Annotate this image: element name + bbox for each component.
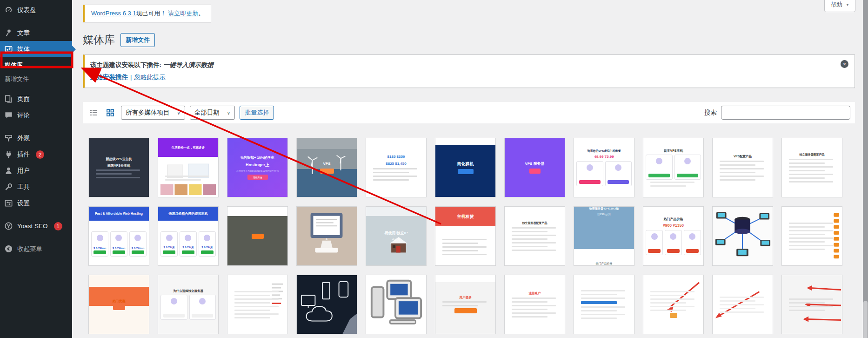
thumb-card xyxy=(646,230,663,255)
help-label: 帮助 xyxy=(830,0,842,9)
thumb-login-form[interactable]: 用户登录 xyxy=(435,275,496,334)
search-area: 搜索 xyxy=(704,106,850,120)
search-input[interactable] xyxy=(721,106,850,120)
thumb-card-art xyxy=(204,235,210,241)
thumb-vps-config-table[interactable]: VPS配置产品 xyxy=(712,138,773,197)
thumb-purple-shop-site[interactable]: 生活轻松一点，实惠多多 xyxy=(158,138,219,197)
thumb-line xyxy=(581,297,625,299)
thumb-card-button xyxy=(667,249,680,253)
link-separator: | xyxy=(130,74,132,81)
media-type-filter[interactable]: 所有多媒体项目 ∨ xyxy=(121,106,185,120)
sidebar-item-页面[interactable]: 页面 xyxy=(0,91,72,107)
thumb-line xyxy=(650,182,694,183)
thumb-hot-price-cards[interactable]: 热门产品价格¥900 ¥1350 xyxy=(643,206,704,266)
thumb-line xyxy=(512,238,547,240)
update-notice-period: 。 xyxy=(198,10,204,17)
thumb-text: %的折扣+ 10%的学生 xyxy=(238,155,277,160)
thumb-dedicated-table-2[interactable]: 独立服务器配置产品 xyxy=(504,206,565,266)
add-new-file-button[interactable]: 新增文件 xyxy=(120,33,155,47)
grid-view-button[interactable] xyxy=(104,107,116,119)
thumb-line xyxy=(512,309,547,310)
media-grid-row: Fast & Affordable Web Hosting$ 6.74/mo$ … xyxy=(88,206,855,266)
dismiss-icon[interactable]: ✕ xyxy=(841,60,848,68)
thumb-network-3d[interactable] xyxy=(712,206,773,266)
thumb-lines xyxy=(789,298,835,311)
thumb-cloud-computing-dark[interactable] xyxy=(296,275,357,334)
thumb-card-price: $ 6.74/mo xyxy=(132,247,144,250)
submenu-item-媒体库[interactable]: 媒体库 xyxy=(0,58,72,72)
thumb-hot-deals-orange[interactable]: 热门优惠 xyxy=(88,275,149,334)
thumb-snow-ip-site[interactable]: 易使用 独立IP4元/月 xyxy=(366,206,427,266)
thumb-text: 热门优惠 xyxy=(110,299,128,303)
sidebar-item-评论[interactable]: 评论 xyxy=(0,107,72,123)
thumb-hosting-en[interactable]: Fast & Affordable Web Hosting$ 6.74/mo$ … xyxy=(88,206,149,266)
scrollbar[interactable] xyxy=(863,0,868,338)
thumb-dark-vps-site[interactable]: 新星级VPS云主机韩国VPS云主机 xyxy=(88,138,149,197)
thumb-line xyxy=(512,246,547,247)
thumb-button xyxy=(458,169,474,174)
thumb-page-red-line[interactable] xyxy=(712,275,773,334)
thumb-order-form[interactable] xyxy=(227,275,288,334)
sidebar-item-文章[interactable]: 文章 xyxy=(0,25,72,41)
thumb-why-dedicated[interactable]: 为什么选择独立服务器 xyxy=(158,275,219,334)
thumb-invoice-red-arrows[interactable] xyxy=(781,275,842,334)
thumb-button xyxy=(252,234,264,239)
sidebar-item-设置[interactable]: 设置 xyxy=(0,195,72,211)
dashboard-icon xyxy=(4,6,13,14)
thumb-config-selector[interactable] xyxy=(574,275,634,334)
sidebar-item-yoast-seo[interactable]: Yoast SEO1 xyxy=(0,218,72,234)
thumb-header: Fast & Affordable Web Hosting xyxy=(89,207,149,221)
thumb-card-price: $ 6.74/mo xyxy=(93,247,106,250)
pages-icon xyxy=(4,95,13,103)
thumb-hosting-cn[interactable]: 快速且价格合理的虚拟主机$ 6.74/月$ 6.74/月$ 6.74/月 xyxy=(158,206,219,266)
sidebar-item-用户[interactable]: 用户 xyxy=(0,162,72,179)
scrollbar-thumb[interactable] xyxy=(863,301,868,338)
thumb-register-form[interactable]: 注册账户 xyxy=(504,275,565,334)
sidebar-item-label: 插件 xyxy=(17,150,30,159)
thumb-card-price: $ 6.74/mo xyxy=(113,247,125,250)
thumb-vps-price-table[interactable]: $185 $350$825 $1,450 xyxy=(366,138,427,197)
thumb-line xyxy=(720,161,763,162)
thumb-physical-server-winter[interactable]: 物理服务器-I3-4130 2核仅299元/月热门产品价格 xyxy=(574,206,634,266)
sidebar-item-label: 外观 xyxy=(17,134,30,142)
thumb-line xyxy=(789,302,824,304)
thumb-network-clipart[interactable] xyxy=(366,275,427,334)
thumb-line xyxy=(512,250,555,251)
thumb-japan-vps[interactable]: 日本VPS主机 xyxy=(643,138,704,197)
thumb-text: 易使用 独立IP xyxy=(382,231,410,236)
bulk-select-button[interactable]: 批量选择 xyxy=(240,106,274,120)
submenu-item-新增文件[interactable]: 新增文件 xyxy=(0,72,72,86)
thumb-header: 生活轻松一点，实惠多多 xyxy=(158,138,218,157)
thumb-form-red-arrow[interactable] xyxy=(643,275,704,334)
thumb-hostinger-promo[interactable]: %的折扣+ 10%的学生Hostinger上在校学生在Hostinger获得10… xyxy=(227,138,288,197)
dismiss-notice-link[interactable]: 忽略此提示 xyxy=(134,74,166,81)
thumb-line xyxy=(720,179,755,181)
wordpress-version-link[interactable]: WordPress 6.3.1 xyxy=(91,10,136,17)
date-filter-value: 全部日期 xyxy=(194,108,220,117)
thumb-bare-metal-banner[interactable]: 简化裸机 xyxy=(435,138,496,197)
help-tab[interactable]: 帮助 ▼ xyxy=(824,0,855,12)
sidebar-item-收起菜单[interactable]: 收起菜单 xyxy=(0,241,72,257)
sidebar-item-插件[interactable]: 插件2 xyxy=(0,146,72,162)
thumb-wind-vps[interactable]: VPS xyxy=(296,138,357,197)
thumb-vps-server-purple[interactable]: VPS 服务器 xyxy=(504,138,565,197)
date-filter[interactable]: 全部日期 ∨ xyxy=(190,106,235,120)
sidebar-item-媒体[interactable]: 媒体 xyxy=(0,41,72,57)
update-now-link[interactable]: 请立即更新 xyxy=(168,10,198,17)
thumb-line xyxy=(512,312,555,314)
sidebar-item-外观[interactable]: 外观 xyxy=(0,130,72,146)
thumb-vps-plan-cards[interactable]: 选择您的VPS虚拟主机套餐49.99 75.99 xyxy=(574,138,634,197)
thumb-line xyxy=(789,226,824,228)
sidebar-item-工具[interactable]: 工具 xyxy=(0,179,72,195)
list-view-button[interactable] xyxy=(87,107,100,119)
thumb-dedicated-config-table[interactable]: 独立服务器配置产品 xyxy=(781,138,842,197)
thumb-card: $ 6.74/mo xyxy=(129,231,147,257)
sidebar-item-仪表盘[interactable]: 仪表盘 xyxy=(0,2,72,18)
thumb-hosting-rental[interactable]: 主机租赁 xyxy=(435,206,496,266)
thumb-text: 独立服务器配置产品 xyxy=(520,221,550,225)
thumb-coming-soon-site[interactable] xyxy=(227,206,288,266)
begin-install-link[interactable]: 开始安装插件 xyxy=(90,74,128,81)
thumb-orange-btn-table[interactable] xyxy=(781,206,842,266)
media-grid-row: 热门优惠为什么选择独立服务器用户登录注册账户 xyxy=(88,275,855,334)
thumb-monitor-mockup[interactable] xyxy=(296,206,357,266)
